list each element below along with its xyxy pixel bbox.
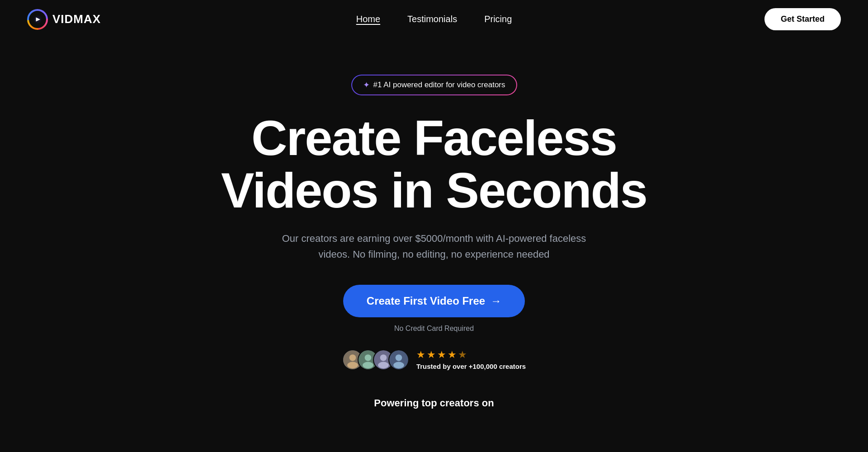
svg-point-12 bbox=[396, 354, 402, 361]
svg-point-6 bbox=[365, 354, 372, 361]
nav-links: Home Testimonials Pricing bbox=[356, 14, 512, 24]
svg-point-3 bbox=[349, 354, 356, 361]
svg-point-7 bbox=[363, 362, 373, 368]
svg-point-9 bbox=[380, 354, 387, 361]
badge-star-icon: ✦ bbox=[363, 80, 370, 90]
create-video-button[interactable]: Create First Video Free → bbox=[343, 285, 525, 317]
svg-point-4 bbox=[347, 362, 358, 368]
hero-cta-label: Create First Video Free bbox=[367, 295, 485, 307]
rating-block: ★ ★ ★ ★ ★ Trusted by over +100,000 creat… bbox=[416, 349, 526, 370]
hero-section: ✦ #1 AI powered editor for video creator… bbox=[0, 38, 868, 436]
star-1: ★ bbox=[416, 349, 425, 361]
logo-wordmark: VIDMAX bbox=[52, 12, 101, 26]
star-3: ★ bbox=[437, 349, 446, 361]
no-credit-card-text: No Credit Card Required bbox=[394, 325, 474, 333]
trusted-label: Trusted by over +100,000 creators bbox=[416, 363, 526, 370]
get-started-button[interactable]: Get Started bbox=[764, 8, 841, 30]
avatar-4 bbox=[388, 349, 409, 370]
nav-link-home[interactable]: Home bbox=[356, 14, 380, 24]
logo[interactable]: VIDMAX bbox=[27, 9, 101, 30]
logo-icon bbox=[27, 9, 48, 30]
avatar-group bbox=[342, 349, 409, 370]
svg-point-10 bbox=[378, 362, 389, 368]
powering-text: Powering top creators on bbox=[374, 397, 494, 409]
hero-title-line1: Create Faceless bbox=[251, 110, 617, 165]
hero-cta-arrow-icon: → bbox=[491, 295, 501, 307]
powering-section: Powering top creators on bbox=[374, 388, 494, 409]
star-rating: ★ ★ ★ ★ ★ bbox=[416, 349, 467, 361]
hero-title: Create Faceless Videos in Seconds bbox=[221, 112, 647, 216]
hero-title-line2: Videos in Seconds bbox=[221, 162, 647, 218]
svg-point-13 bbox=[393, 362, 404, 368]
badge-text: #1 AI powered editor for video creators bbox=[373, 80, 505, 89]
social-proof: ★ ★ ★ ★ ★ Trusted by over +100,000 creat… bbox=[342, 349, 526, 370]
navbar: VIDMAX Home Testimonials Pricing Get Sta… bbox=[0, 0, 868, 38]
star-4: ★ bbox=[448, 349, 457, 361]
star-5-half: ★ bbox=[458, 349, 467, 361]
star-2: ★ bbox=[427, 349, 436, 361]
hero-subtitle: Our creators are earning over $5000/mont… bbox=[280, 231, 588, 262]
nav-link-pricing[interactable]: Pricing bbox=[484, 14, 512, 24]
nav-link-testimonials[interactable]: Testimonials bbox=[407, 14, 457, 24]
hero-badge: ✦ #1 AI powered editor for video creator… bbox=[351, 75, 517, 95]
